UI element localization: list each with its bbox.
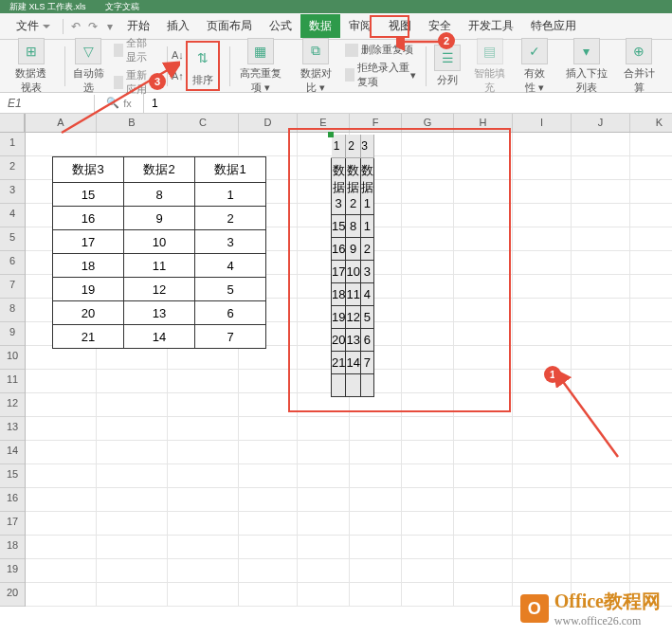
footer-logo-icon: O xyxy=(520,594,549,623)
data-table-left: 数据3数据2数据1 1581 1692 17103 18114 19125 20… xyxy=(52,156,266,349)
menu-file[interactable]: 文件 xyxy=(8,14,59,38)
dropdown-icon[interactable]: ▾ xyxy=(107,20,113,33)
data-compare-button[interactable]: ⧉ 数据对比 ▾ xyxy=(293,36,338,97)
svg-line-1 xyxy=(561,379,618,457)
row-header[interactable]: 18 xyxy=(0,536,25,559)
row-header[interactable]: 5 xyxy=(0,227,25,251)
formula-input[interactable]: 1 xyxy=(144,95,672,112)
menu-apps[interactable]: 特色应用 xyxy=(522,14,585,38)
merge-calc-button[interactable]: ⊕ 合并计算 xyxy=(620,36,659,97)
data-compare-icon: ⧉ xyxy=(302,38,329,64)
col-header[interactable]: E xyxy=(298,114,350,132)
doc-tab-2[interactable]: 文字文稿 xyxy=(105,1,139,13)
doc-tab-1[interactable]: 新建 XLS 工作表.xls xyxy=(9,1,86,13)
pivot-button[interactable]: ⊞ 数据透视表 xyxy=(8,36,55,97)
menu-dev[interactable]: 开发工具 xyxy=(460,14,522,38)
row-header[interactable]: 11 xyxy=(0,370,25,393)
row-header[interactable]: 20 xyxy=(0,583,25,607)
menu-data[interactable]: 数据 xyxy=(300,14,340,38)
highlight-dup-icon: ▦ xyxy=(247,38,274,64)
redo-icon[interactable]: ↷ xyxy=(88,20,98,33)
data-table-right: 123 数据3数据2数据1 1581 1692 17103 18114 1912… xyxy=(331,135,374,397)
merge-calc-icon: ⊕ xyxy=(626,38,652,64)
validity-icon: ✓ xyxy=(521,38,548,64)
menu-layout[interactable]: 页面布局 xyxy=(198,14,261,38)
row-header[interactable]: 1 xyxy=(0,133,25,156)
col-header[interactable]: K xyxy=(630,114,672,132)
footer-watermark: O Office教程网 www.office26.com xyxy=(520,589,661,628)
selection-range: 123 数据3数据2数据1 1581 1692 17103 18114 1912… xyxy=(329,133,333,136)
smart-fill-button[interactable]: ▤ 智能填充 xyxy=(470,36,509,97)
menu-insert[interactable]: 插入 xyxy=(158,14,198,38)
insert-dropdown-icon: ▾ xyxy=(573,38,600,64)
footer-title: Office教程网 xyxy=(554,589,661,614)
menu-formula[interactable]: 公式 xyxy=(261,14,300,38)
row-header[interactable]: 14 xyxy=(0,441,25,464)
row-header[interactable]: 13 xyxy=(0,417,25,441)
showall-icon xyxy=(114,44,123,57)
row-header[interactable]: 19 xyxy=(0,559,25,583)
row-header[interactable]: 8 xyxy=(0,299,25,322)
sort-icon: ⇅ xyxy=(190,45,216,71)
row-header[interactable]: 9 xyxy=(0,322,25,346)
undo-icon[interactable]: ↶ xyxy=(71,20,81,33)
cell-grid[interactable]: 数据3数据2数据1 1581 1692 17103 18114 19125 20… xyxy=(26,133,672,607)
annotation-box-2 xyxy=(370,15,409,38)
footer-url: www.office26.com xyxy=(554,614,661,628)
select-all-corner[interactable] xyxy=(0,114,25,133)
pivot-icon: ⊞ xyxy=(18,38,45,64)
col-header[interactable]: F xyxy=(350,114,402,132)
title-tabs: 新建 XLS 工作表.xls 文字文稿 xyxy=(0,0,672,13)
col-header[interactable]: H xyxy=(454,114,513,132)
selection-handle[interactable] xyxy=(328,132,334,137)
validity-button[interactable]: ✓ 有效性 ▾ xyxy=(516,36,554,97)
highlight-dup-button[interactable]: ▦ 高亮重复项 ▾ xyxy=(234,36,288,97)
col-header[interactable]: G xyxy=(402,114,454,132)
col-header[interactable]: J xyxy=(572,114,630,132)
arrow-2 xyxy=(396,38,453,76)
arrow-3 xyxy=(57,57,180,142)
spreadsheet: 1 2 3 4 5 6 7 8 9 10 11 12 13 14 15 16 1… xyxy=(0,114,672,607)
row-header[interactable]: 4 xyxy=(0,204,25,227)
row-header[interactable]: 16 xyxy=(0,488,25,512)
remove-dup-icon xyxy=(345,44,358,57)
col-header[interactable]: I xyxy=(513,114,572,132)
row-header[interactable]: 6 xyxy=(0,251,25,275)
row-header[interactable]: 2 xyxy=(0,156,25,180)
reject-dup-icon xyxy=(345,68,354,82)
smart-fill-icon: ▤ xyxy=(477,38,503,64)
arrow-1 xyxy=(514,372,627,466)
sort-button[interactable]: ⇅ 排序 xyxy=(186,41,220,91)
row-header[interactable]: 3 xyxy=(0,180,25,204)
svg-line-5 xyxy=(62,68,171,133)
insert-dropdown-button[interactable]: ▾ 插入下拉列表 xyxy=(559,36,614,97)
row-header[interactable]: 15 xyxy=(0,464,25,488)
col-header[interactable]: D xyxy=(239,114,298,132)
row-header[interactable]: 7 xyxy=(0,275,25,299)
row-header[interactable]: 10 xyxy=(0,346,25,370)
row-header[interactable]: 17 xyxy=(0,512,25,536)
row-header[interactable]: 12 xyxy=(0,393,25,417)
